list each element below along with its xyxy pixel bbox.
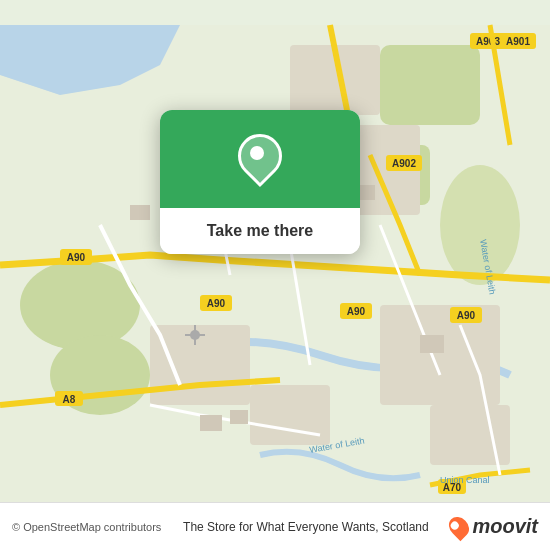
location-description: The Store for What Everyone Wants, Scotl… [161,520,450,534]
svg-text:A90: A90 [457,310,476,321]
svg-text:A8: A8 [63,394,76,405]
svg-rect-39 [420,335,444,353]
bottom-bar: © OpenStreetMap contributors The Store f… [0,502,550,550]
svg-point-1 [20,260,140,350]
svg-rect-37 [200,415,222,431]
svg-text:A903: A903 [476,36,500,47]
svg-text:A901: A901 [506,36,530,47]
map-container: A90 A90 A90 A90 A8 A903 A901 A902 A70 [0,0,550,550]
moovit-pin-icon [445,512,473,540]
svg-text:A90: A90 [67,252,86,263]
attribution-text: © OpenStreetMap contributors [12,521,161,533]
popup-tail [246,253,274,254]
moovit-logo: moovit [450,515,538,538]
svg-text:A90: A90 [207,298,226,309]
svg-rect-10 [430,405,510,465]
svg-rect-38 [230,410,248,424]
popup-header [160,110,360,208]
location-pin-icon [238,134,282,188]
popup-card: Take me there [160,110,360,254]
svg-text:Union Canal: Union Canal [440,475,490,485]
svg-text:A90: A90 [347,306,366,317]
svg-point-4 [440,165,520,285]
svg-text:A902: A902 [392,158,416,169]
svg-rect-3 [380,45,480,125]
svg-rect-8 [150,325,250,405]
svg-rect-33 [130,205,150,220]
moovit-logo-text: moovit [472,515,538,538]
take-me-there-button[interactable]: Take me there [160,208,360,254]
